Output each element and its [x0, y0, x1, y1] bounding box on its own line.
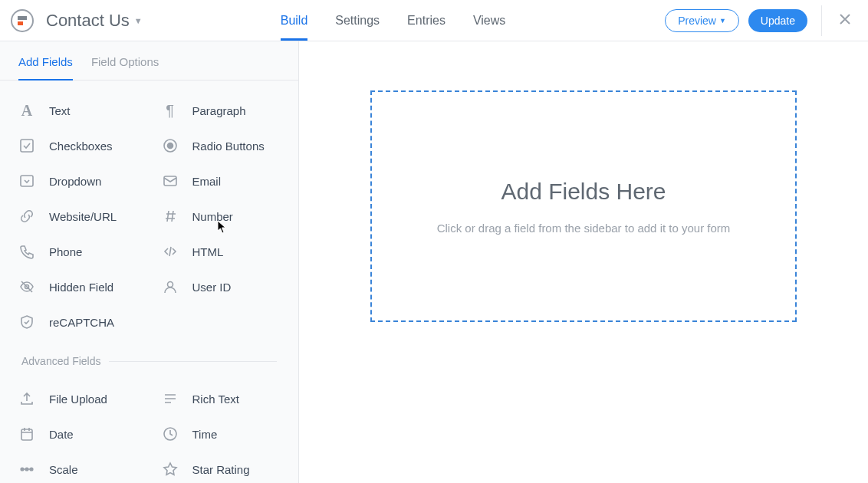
field-item-number[interactable]: Number — [150, 199, 293, 234]
dropzone-title: Add Fields Here — [501, 179, 666, 205]
dropzone[interactable]: Add Fields Here Click or drag a field fr… — [370, 90, 797, 322]
svg-rect-7 — [21, 429, 32, 440]
svg-point-10 — [25, 468, 28, 471]
field-item-phone[interactable]: Phone — [6, 234, 150, 269]
field-item-label: Star Rating — [192, 463, 250, 476]
svg-rect-0 — [21, 140, 33, 152]
dots-icon — [18, 461, 35, 478]
field-item-richtext[interactable]: Rich Text — [150, 381, 293, 416]
close-icon — [839, 13, 851, 25]
calendar-icon — [18, 426, 35, 442]
checkbox-icon — [18, 137, 35, 154]
sidebar-tab-add-fields[interactable]: Add Fields — [18, 55, 73, 80]
tab-label: Add Fields — [18, 55, 73, 68]
field-item-userid[interactable]: User ID — [150, 269, 293, 304]
upload-icon — [18, 390, 35, 407]
field-item-recaptcha[interactable]: reCAPTCHA — [6, 304, 150, 340]
clock-icon — [162, 426, 179, 442]
eye-off-icon — [18, 278, 35, 295]
field-item-label: Number — [192, 210, 233, 223]
main-tabs: Build Settings Entries Views — [281, 0, 506, 41]
field-item-label: Rich Text — [192, 393, 239, 406]
field-item-label: Phone — [49, 245, 82, 258]
svg-point-2 — [167, 143, 173, 149]
field-item-checkboxes[interactable]: Checkboxes — [6, 128, 150, 163]
field-item-label: User ID — [192, 281, 232, 294]
field-item-label: Date — [49, 428, 74, 441]
code-icon — [162, 243, 179, 260]
field-item-label: Radio Buttons — [192, 140, 265, 153]
user-icon — [162, 278, 179, 295]
caret-down-icon: ▼ — [134, 16, 143, 25]
field-item-label: Hidden Field — [49, 281, 113, 294]
svg-point-9 — [21, 468, 24, 471]
pilcrow-icon: ¶ — [162, 102, 179, 119]
field-item-star[interactable]: Star Rating — [150, 452, 293, 483]
field-item-html[interactable]: HTML — [150, 234, 293, 269]
tab-label: Entries — [407, 14, 446, 28]
lines-icon — [162, 390, 179, 407]
field-item-url[interactable]: Website/URL — [6, 199, 150, 234]
A-icon: A — [18, 102, 35, 119]
header-actions: Preview ▼ Update — [665, 5, 854, 36]
divider — [821, 5, 822, 36]
svg-point-11 — [30, 468, 33, 471]
field-item-time[interactable]: Time — [150, 416, 293, 452]
form-title-dropdown[interactable]: Contact Us ▼ — [46, 11, 143, 31]
star-icon — [162, 461, 179, 478]
field-item-label: reCAPTCHA — [49, 316, 114, 329]
field-item-label: Paragraph — [192, 104, 246, 117]
tab-label: Field Options — [91, 55, 159, 68]
svg-point-6 — [167, 282, 173, 288]
link-icon — [18, 208, 35, 225]
field-item-email[interactable]: Email — [150, 163, 293, 199]
field-item-label: Time — [192, 428, 218, 441]
advanced-fields-grid: File UploadRich TextDateTimeScaleStar Ra… — [0, 369, 298, 483]
mail-icon — [162, 172, 179, 189]
field-item-radio[interactable]: Radio Buttons — [150, 128, 293, 163]
sidebar-tabs: Add Fields Field Options — [0, 41, 298, 80]
tab-views[interactable]: Views — [473, 0, 505, 41]
sidebar-tab-field-options[interactable]: Field Options — [91, 55, 159, 80]
button-label: Update — [761, 15, 795, 27]
hash-icon — [162, 208, 179, 225]
field-item-label: Website/URL — [49, 210, 117, 223]
tab-build[interactable]: Build — [281, 0, 308, 41]
tab-label: Settings — [335, 14, 380, 28]
field-item-hidden[interactable]: Hidden Field — [6, 269, 150, 304]
preview-button[interactable]: Preview ▼ — [665, 9, 739, 32]
tab-settings[interactable]: Settings — [335, 0, 380, 41]
phone-icon — [18, 243, 35, 260]
svg-rect-3 — [21, 176, 33, 186]
form-canvas: Add Fields Here Click or drag a field fr… — [299, 41, 868, 483]
advanced-fields-heading: Advanced Fields — [0, 344, 298, 369]
basic-fields-grid: AText¶ParagraphCheckboxesRadio ButtonsDr… — [0, 80, 298, 344]
form-title-text: Contact Us — [46, 11, 130, 31]
field-item-dropdown[interactable]: Dropdown — [6, 163, 150, 199]
field-item-file[interactable]: File Upload — [6, 381, 150, 416]
field-item-text[interactable]: AText — [6, 93, 150, 128]
dropzone-subtitle: Click or drag a field from the sidebar t… — [437, 222, 731, 235]
radio-icon — [162, 137, 179, 154]
field-item-label: Dropdown — [49, 175, 101, 188]
update-button[interactable]: Update — [748, 9, 807, 32]
tab-label: Build — [281, 14, 308, 28]
field-item-scale[interactable]: Scale — [6, 452, 150, 483]
heading-text: Advanced Fields — [21, 355, 101, 367]
svg-rect-4 — [164, 176, 176, 186]
caret-down-icon: ▼ — [719, 17, 726, 25]
field-item-label: Email — [192, 175, 222, 188]
tab-entries[interactable]: Entries — [407, 0, 446, 41]
field-item-label: Scale — [49, 463, 78, 476]
field-item-paragraph[interactable]: ¶Paragraph — [150, 93, 293, 128]
shield-icon — [18, 314, 35, 330]
field-item-date[interactable]: Date — [6, 416, 150, 452]
close-button[interactable] — [836, 12, 854, 29]
field-item-label: Checkboxes — [49, 140, 113, 153]
tab-label: Views — [473, 14, 505, 28]
field-item-label: Text — [49, 104, 71, 117]
button-label: Preview — [678, 15, 716, 27]
sidebar: Add Fields Field Options AText¶Paragraph… — [0, 41, 299, 483]
field-item-label: HTML — [192, 245, 224, 258]
app-header: Contact Us ▼ Build Settings Entries View… — [0, 0, 868, 41]
